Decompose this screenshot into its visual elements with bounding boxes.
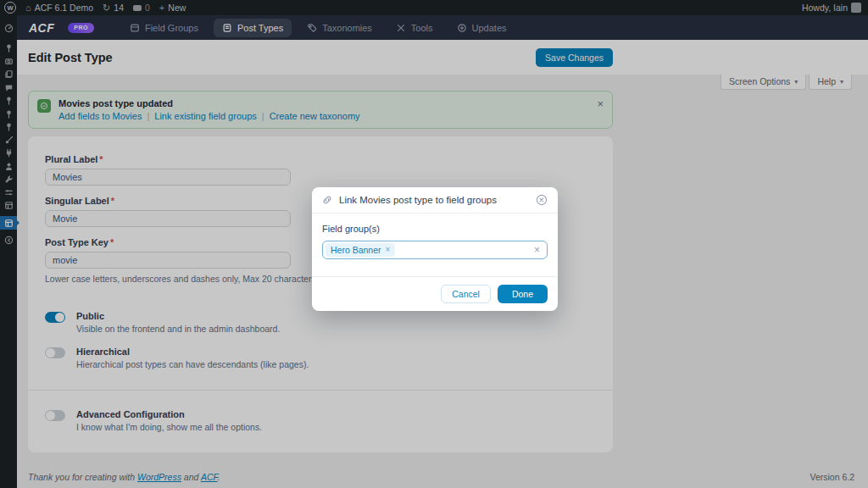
modal-header: Link Movies post type to field groups (312, 187, 558, 214)
field-group-tag: Hero Banner× (326, 243, 395, 257)
modal-footer: Cancel Done (312, 276, 558, 311)
done-button[interactable]: Done (498, 285, 548, 303)
link-field-groups-modal: Link Movies post type to field groups Fi… (312, 187, 558, 311)
tag-label: Hero Banner (331, 245, 381, 255)
cancel-button[interactable]: Cancel (441, 285, 491, 303)
clear-selection-icon[interactable]: × (534, 245, 540, 255)
modal-body: Field group(s) Hero Banner× × (312, 214, 558, 276)
link-icon (322, 195, 332, 205)
modal-close-icon[interactable] (536, 194, 548, 206)
tag-remove-icon[interactable]: × (386, 246, 391, 254)
selected-tags: Hero Banner× (326, 243, 395, 257)
field-groups-label: Field group(s) (322, 224, 548, 234)
field-groups-select[interactable]: Hero Banner× × (322, 241, 548, 259)
modal-title: Link Movies post type to field groups (339, 195, 497, 205)
